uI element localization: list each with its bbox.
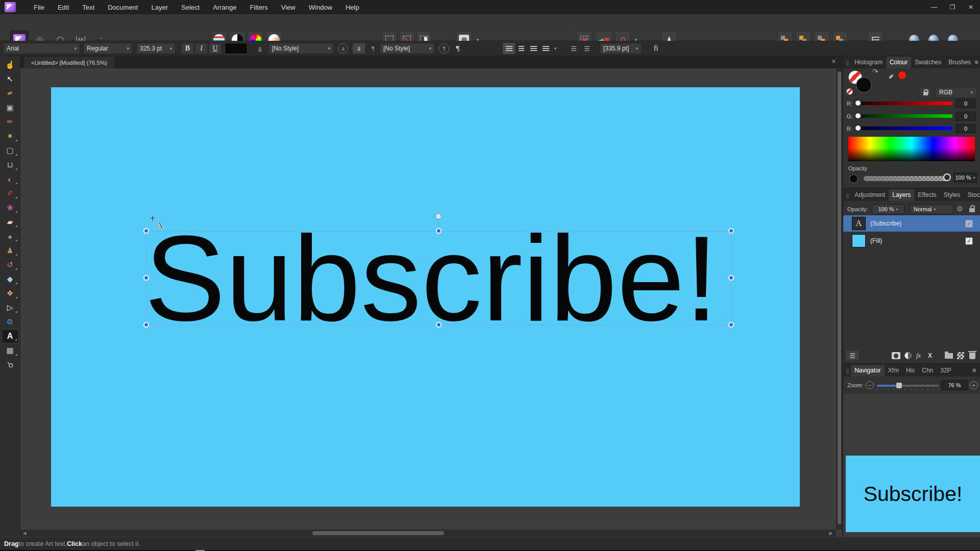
rotation-handle[interactable] <box>435 213 442 219</box>
settings-tool[interactable]: ⚙ <box>2 315 19 329</box>
marquee-tool[interactable]: ▢ <box>2 143 19 158</box>
tab-effects[interactable]: Effects <box>914 189 940 201</box>
bold-button[interactable]: B <box>181 43 194 54</box>
swap-colours-icon[interactable]: ↷ <box>872 67 878 76</box>
delete-layer-icon[interactable] <box>969 353 975 359</box>
tab-his[interactable]: His <box>902 365 918 377</box>
tab-stock[interactable]: Stock <box>964 189 980 201</box>
layer-row-subscribe[interactable]: A (Subscribe) ✓ <box>843 215 980 232</box>
show-character-button[interactable]: a <box>338 43 348 54</box>
mask-layer-icon[interactable] <box>892 352 900 359</box>
gear-icon[interactable]: ⚙ <box>957 205 963 213</box>
colour-replacement-brush-tool[interactable]: ❀ <box>2 201 19 215</box>
erase-brush-tool[interactable]: ▰ <box>2 215 19 229</box>
opacity-slider[interactable] <box>864 176 948 181</box>
zoom-in-button[interactable]: + <box>970 381 978 389</box>
dodge-brush-tool[interactable]: ● <box>2 229 19 243</box>
menu-help[interactable]: Help <box>339 1 366 14</box>
handle-bottom-center[interactable] <box>436 322 442 328</box>
zoom-value-field[interactable]: 76 % <box>941 380 968 390</box>
panel-menu-icon[interactable]: ≡ <box>974 59 980 68</box>
red-slider[interactable] <box>859 102 952 105</box>
scroll-right-icon[interactable]: ▶ <box>827 531 835 536</box>
tab-xfm[interactable]: Xfm <box>885 365 902 377</box>
align-dropdown[interactable]: ▾ <box>552 43 559 54</box>
tab-32p[interactable]: 32P <box>937 365 954 377</box>
font-style-combo[interactable]: Regular <box>83 43 133 54</box>
underline-button[interactable]: U <box>209 43 222 54</box>
text-colour-swatch[interactable] <box>225 43 248 54</box>
panel-grip[interactable]: || <box>843 60 851 68</box>
zoom-slider[interactable] <box>877 385 939 387</box>
menu-file[interactable]: File <box>27 1 51 14</box>
text-tool[interactable]: A <box>2 329 19 343</box>
horizontal-scroll-thumb[interactable] <box>312 531 444 535</box>
navigator-preview[interactable]: Subscribe! <box>846 456 980 532</box>
handle-bottom-right[interactable] <box>728 322 734 328</box>
lock-icon[interactable] <box>920 87 931 98</box>
tab-swatches[interactable]: Swatches <box>911 57 945 68</box>
zoom-out-button[interactable]: − <box>866 381 874 389</box>
paragraph-small-button[interactable]: ¶ <box>369 43 378 54</box>
menu-filters[interactable]: Filters <box>243 1 274 14</box>
menu-arrange[interactable]: Arrange <box>206 1 243 14</box>
horizontal-scrollbar[interactable]: ◀ ▶ <box>20 530 836 537</box>
align-center-button[interactable] <box>515 43 527 54</box>
tab-brushes[interactable]: Brushes <box>945 57 974 68</box>
layer-effects-icon[interactable]: fx <box>916 352 921 360</box>
green-value-field[interactable]: 0 <box>955 112 976 121</box>
layer-thumbnail[interactable]: A <box>852 217 866 230</box>
fill-colour-well[interactable] <box>856 77 872 93</box>
handle-mid-left[interactable] <box>143 275 149 281</box>
ligatures-button[interactable]: fi <box>649 43 663 54</box>
bullet-list-button[interactable]: ☰ <box>568 43 580 54</box>
menu-view[interactable]: View <box>275 1 302 14</box>
zoom-slider-handle[interactable] <box>896 383 902 388</box>
blue-value-field[interactable]: 0 <box>955 124 976 133</box>
green-slider-handle[interactable] <box>854 112 862 119</box>
smudge-tool[interactable]: ❖ <box>2 286 19 300</box>
selection-box[interactable] <box>146 231 731 325</box>
layer-visibility-checkbox[interactable]: ✓ <box>965 220 973 228</box>
tab-layers[interactable]: Layers <box>889 189 914 201</box>
picked-colour-dot[interactable] <box>898 71 906 79</box>
crop-tool[interactable]: ▣ <box>2 101 19 115</box>
layers-stack-icon[interactable]: ☰ <box>845 350 860 361</box>
layer-name[interactable]: (Fill) <box>870 237 882 244</box>
tab-histogram[interactable]: Histogram <box>851 57 886 68</box>
red-value-field[interactable]: 0 <box>955 99 976 108</box>
layer-visibility-checkbox[interactable]: ✓ <box>965 237 973 245</box>
view-tool[interactable]: ☝ <box>2 58 19 72</box>
align-left-button[interactable] <box>503 43 515 54</box>
layer-row-fill[interactable]: (Fill) ✓ <box>843 233 980 249</box>
handle-bottom-left[interactable] <box>143 322 149 328</box>
reset-colours-well[interactable] <box>846 88 853 95</box>
panel-grip[interactable]: || <box>843 193 851 201</box>
panel-menu-icon[interactable]: ≡ <box>972 367 980 377</box>
gradient-tool[interactable]: ◐ <box>2 172 19 186</box>
tab-adjustment[interactable]: Adjustment <box>851 189 889 201</box>
font-size-combo[interactable]: 325.3 pt <box>136 43 176 54</box>
selection-brush-tool[interactable]: ✏ <box>2 115 19 129</box>
handle-top-center[interactable] <box>436 228 442 234</box>
blue-slider[interactable] <box>859 127 952 130</box>
green-slider[interactable] <box>859 114 952 118</box>
handle-mid-right[interactable] <box>728 275 734 281</box>
colour-spectrum[interactable] <box>848 137 975 161</box>
opacity-slider-handle[interactable] <box>943 173 951 181</box>
flood-fill-tool[interactable]: ⊔ <box>2 158 19 172</box>
italic-button[interactable]: I <box>195 43 208 54</box>
character-panel-button[interactable]: a <box>254 43 266 54</box>
clone-stamp-tool[interactable]: ♟ <box>2 243 19 258</box>
typography-button[interactable]: a <box>352 43 365 54</box>
font-family-combo[interactable]: Arial <box>3 43 80 54</box>
paragraph-panel-button[interactable]: ¶ <box>452 43 463 54</box>
menu-layer[interactable]: Layer <box>144 1 175 14</box>
menu-document[interactable]: Document <box>101 1 144 14</box>
justify-button[interactable] <box>540 43 552 54</box>
show-paragraph-button[interactable]: ¶ <box>439 43 449 54</box>
live-filter-icon[interactable]: X <box>928 352 932 359</box>
vertical-scroll-thumb[interactable] <box>838 71 841 524</box>
paragraph-style-combo[interactable]: [No Style] <box>380 43 435 54</box>
colour-mode-combo[interactable]: RGB <box>935 87 977 98</box>
